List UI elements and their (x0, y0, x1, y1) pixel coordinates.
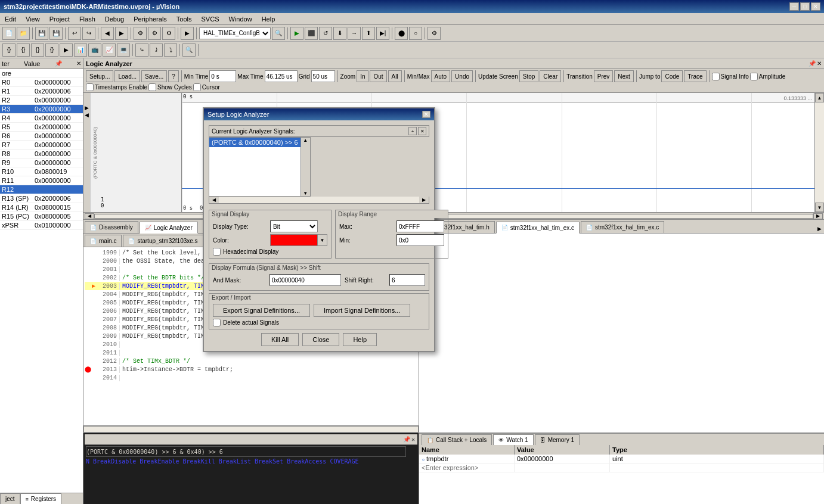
signals-hscroll-track[interactable] (219, 197, 419, 203)
signals-scroll-up[interactable]: ▲ (303, 138, 308, 143)
display-sections-row: Signal Display Display Type: Bit Color: … (209, 207, 429, 261)
export-signal-button[interactable]: Export Signal Definitions... (213, 304, 310, 317)
signals-header-buttons[interactable]: + ✕ (408, 127, 426, 135)
delete-actual-checkbox[interactable] (213, 319, 221, 326)
hex-display-label: Hexadecimal Display (223, 248, 278, 255)
signals-scrollbar[interactable]: ▲ ▼ (301, 137, 311, 197)
min-input[interactable] (396, 234, 444, 246)
display-formula-section: Display Formula (Signal & Mask) >> Shift… (209, 263, 429, 291)
display-type-select[interactable]: Bit (270, 220, 318, 232)
signal-display-section: Signal Display Display Type: Bit Color: … (209, 210, 332, 259)
color-picker-area[interactable]: ▼ (270, 234, 327, 246)
kill-all-button[interactable]: Kill All (261, 333, 299, 346)
min-label: Min: (339, 237, 393, 244)
signals-hscroll-left[interactable]: ◀ (209, 197, 219, 203)
signals-list[interactable]: (PORTC & 0x00000040) >> 6 (209, 137, 301, 197)
display-type-row: Display Type: Bit (213, 220, 327, 232)
max-label: Max: (339, 223, 393, 230)
display-range-title: Display Range (336, 210, 448, 218)
display-type-label: Display Type: (213, 223, 267, 230)
export-import-buttons-row: Export Signal Definitions... Import Sign… (213, 304, 425, 317)
and-mask-label: And Mask: (213, 277, 266, 284)
color-dropdown-arrow[interactable]: ▼ (318, 234, 327, 246)
delete-actual-row: Delete actual Signals (213, 319, 425, 326)
signals-hscroll[interactable]: ◀ ▶ (209, 197, 429, 204)
export-import-title: Export / Import (209, 294, 429, 301)
dialog-help-btn[interactable]: Help (343, 333, 377, 346)
and-mask-input[interactable] (269, 274, 341, 286)
color-swatch[interactable] (270, 234, 318, 246)
max-input[interactable] (396, 220, 444, 232)
current-signals-section: Current Logic Analyzer Signals: + ✕ (POR… (209, 125, 429, 204)
shift-right-input[interactable] (389, 274, 425, 286)
current-signals-label: Current Logic Analyzer Signals: (212, 128, 295, 135)
signals-add-button[interactable]: + (408, 127, 417, 135)
signals-list-area: (PORTC & 0x00000040) >> 6 ▲ ▼ (209, 137, 429, 197)
dialog-close-btn[interactable]: Close (302, 333, 339, 346)
dialog-body: Current Logic Analyzer Signals: + ✕ (POR… (204, 120, 434, 351)
dialog-title-text: Setup Logic Analyzer (207, 111, 269, 118)
hex-display-checkbox[interactable] (213, 248, 221, 256)
import-signal-button[interactable]: Import Signal Definitions... (314, 304, 410, 317)
max-row: Max: (339, 220, 444, 232)
signals-header: Current Logic Analyzer Signals: + ✕ (209, 125, 429, 137)
setup-logic-analyzer-dialog: Setup Logic Analyzer ✕ Current Logic Ana… (203, 107, 435, 352)
dialog-overlay: Setup Logic Analyzer ✕ Current Logic Ana… (0, 0, 824, 504)
hex-display-row: Hexadecimal Display (213, 248, 327, 256)
signal-display-title: Signal Display (209, 210, 331, 218)
dialog-close-button[interactable]: ✕ (422, 111, 430, 118)
color-row: Color: ▼ (213, 234, 327, 246)
export-import-section: Export / Import Export Signal Definition… (209, 293, 429, 329)
delete-actual-label: Delete actual Signals (223, 319, 279, 326)
and-mask-row: And Mask: Shift Right: (213, 274, 425, 286)
min-row: Min: (339, 234, 444, 246)
display-range-section: Display Range Max: Min: (335, 210, 448, 259)
dialog-title-bar: Setup Logic Analyzer ✕ (204, 108, 434, 120)
color-label: Color: (213, 237, 267, 244)
signal-item-portc[interactable]: (PORTC & 0x00000040) >> 6 (209, 138, 301, 147)
signals-scroll-down[interactable]: ▼ (303, 191, 308, 196)
signals-remove-button[interactable]: ✕ (418, 127, 426, 135)
shift-right-label: Shift Right: (345, 277, 386, 284)
signals-hscroll-right[interactable]: ▶ (419, 197, 429, 203)
display-formula-title: Display Formula (Signal & Mask) >> Shift (209, 264, 429, 272)
dialog-action-buttons: Kill All Close Help (209, 333, 429, 346)
